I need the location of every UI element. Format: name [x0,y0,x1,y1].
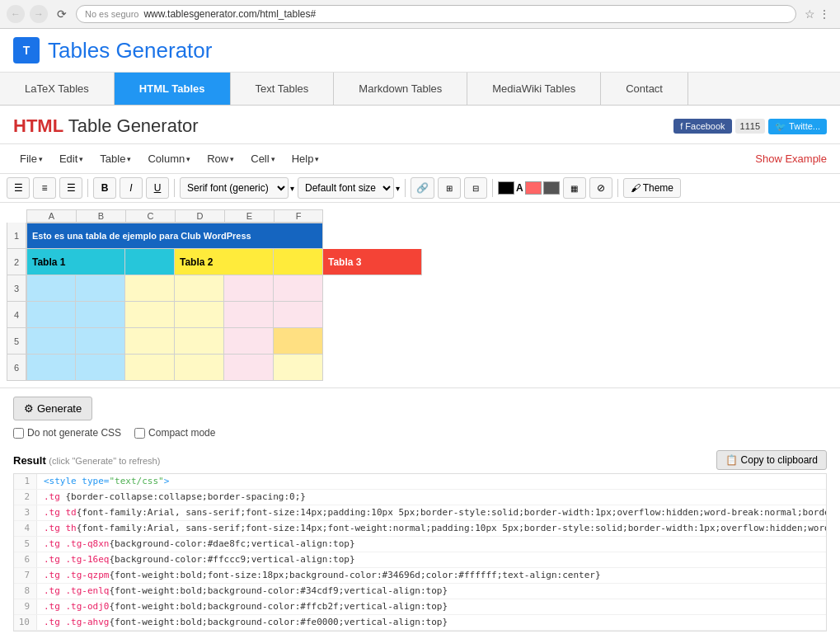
col-headers: A B C D E F [26,209,840,223]
compact-checkbox[interactable] [134,428,145,439]
result-label-area: Result (click "Generate" to refresh) [13,454,160,467]
sheet-row-1: 1 Esto es una tabla de ejemplo para Club… [7,223,840,249]
r6c1[interactable] [26,355,76,381]
line-code-3: .tg td{font-family:Arial, sans-serif;fon… [37,505,827,520]
tab-mediawiki[interactable]: MediaWiki Tables [467,73,601,105]
r4c6[interactable] [274,302,323,328]
copy-icon: 📋 [725,454,738,466]
r4c5[interactable] [224,302,274,328]
r4c3[interactable] [125,302,175,328]
generate-button[interactable]: ⚙ Generate [13,397,92,420]
r6c3[interactable] [125,355,175,381]
browser-chrome: ← → ⟳ No es seguro www.tablesgenerator.c… [0,0,840,29]
clear-button[interactable]: ⊘ [589,177,612,199]
r4c4[interactable] [175,302,224,328]
sheet-row-3: 3 [7,275,840,302]
r5c1[interactable] [26,328,76,355]
font-size-select[interactable]: Default font size 10px 12px 14px [298,177,394,199]
address-bar[interactable]: No es seguro www.tablesgenerator.com/htm… [76,5,796,23]
bold-button[interactable]: B [93,177,116,199]
menu-edit-label: Edit [59,153,77,165]
r3c5[interactable] [224,275,274,302]
tab-text[interactable]: Text Tables [231,73,335,105]
align-center-button[interactable]: ≡ [33,177,56,199]
merge-h-button[interactable]: ⊞ [438,177,461,199]
file-arrow-icon: ▾ [39,155,43,163]
line-code-4: .tg th{font-family:Arial, sans-serif;fon… [37,521,827,536]
compact-option[interactable]: Compact mode [134,427,215,439]
facebook-button[interactable]: f Facebook [673,119,731,134]
r3c3[interactable] [125,275,175,302]
options-icon[interactable]: ⋮ [819,7,830,21]
toolbar-divider-5 [617,179,618,197]
theme-button[interactable]: 🖌 Theme [623,178,681,198]
code-line-1: 1 <style type="text/css"> [14,474,826,490]
menu-edit[interactable]: Edit ▾ [53,149,90,168]
r3c6[interactable] [274,275,323,302]
r5c4[interactable] [175,328,224,355]
menu-file[interactable]: File ▾ [13,149,49,168]
generate-label: Generate [37,402,82,415]
tabla2-cell-2[interactable] [274,249,323,275]
no-css-option[interactable]: Do not generate CSS [13,427,121,439]
menu-bar: File ▾ Edit ▾ Table ▾ Column ▾ Row ▾ Cel… [0,144,840,174]
r5c2[interactable] [76,328,125,355]
copy-button[interactable]: 📋 Copy to clipboard [716,450,827,470]
r6c6[interactable] [274,355,323,381]
menu-row[interactable]: Row ▾ [200,149,241,168]
r6c4[interactable] [175,355,224,381]
code-line-9: 9 .tg .tg-odj0{font-weight:bold;backgrou… [14,599,826,615]
r6c5[interactable] [224,355,274,381]
forward-button[interactable]: → [30,5,48,23]
r3c4[interactable] [175,275,224,302]
align-left-button[interactable]: ☰ [7,177,30,199]
font-family-select[interactable]: Serif font (generic) Arial Times New Rom… [180,177,289,199]
tab-markdown[interactable]: Markdown Tables [334,73,467,105]
show-example-link[interactable]: Show Example [755,153,827,165]
r3c1[interactable] [26,275,76,302]
bookmark-icon[interactable]: ☆ [805,7,815,21]
r4c1[interactable] [26,302,76,328]
col-header-a: A [26,209,76,223]
r5c5[interactable] [224,328,274,355]
italic-icon: I [129,182,132,194]
tab-contact[interactable]: Contact [601,73,688,105]
bg-color-swatch[interactable] [543,181,560,195]
tab-latex[interactable]: LaTeX Tables [0,73,115,105]
toolbar-divider-1 [87,179,88,197]
page-heading: HTML Table Generator f Facebook 1115 🐦 T… [0,106,840,144]
tab-html[interactable]: HTML Tables [115,73,231,105]
r5c6[interactable] [274,328,323,355]
tabla1-cell[interactable]: Tabla 1 [26,249,125,275]
align-right-icon: ☰ [67,182,76,194]
no-css-checkbox[interactable] [13,428,24,439]
link-button[interactable]: 🔗 [411,177,434,199]
line-code-1: <style type="text/css"> [37,474,169,489]
r6c2[interactable] [76,355,125,381]
text-color-swatch[interactable] [498,181,514,195]
r3c2[interactable] [76,275,125,302]
menu-cell[interactable]: Cell ▾ [244,149,281,168]
merge-v-button[interactable]: ⊟ [464,177,487,199]
r5c3[interactable] [125,328,175,355]
tabla3-cell[interactable]: Tabla 3 [323,249,422,275]
italic-button[interactable]: I [120,177,143,199]
back-button[interactable]: ← [7,5,25,23]
theme-label: Theme [643,182,673,194]
line-num-4: 4 [14,521,37,536]
tabla1-cell-2[interactable] [125,249,175,275]
tabla2-cell[interactable]: Tabla 2 [175,249,274,275]
menu-column[interactable]: Column ▾ [141,149,197,168]
align-right-button[interactable]: ☰ [59,177,82,199]
row-num-2: 2 [7,249,26,275]
reload-button[interactable]: ⟳ [53,5,71,23]
merged-title-cell[interactable]: Esto es una tabla de ejemplo para Club W… [26,223,323,249]
twitter-button[interactable]: 🐦 Twitte... [768,119,827,134]
menu-table[interactable]: Table ▾ [93,149,138,168]
menu-help[interactable]: Help ▾ [285,149,326,168]
menu-cell-label: Cell [251,153,269,165]
borders-button[interactable]: ▦ [563,177,586,199]
r4c2[interactable] [76,302,125,328]
underline-button[interactable]: U [146,177,169,199]
highlight-color-swatch[interactable] [525,181,542,195]
